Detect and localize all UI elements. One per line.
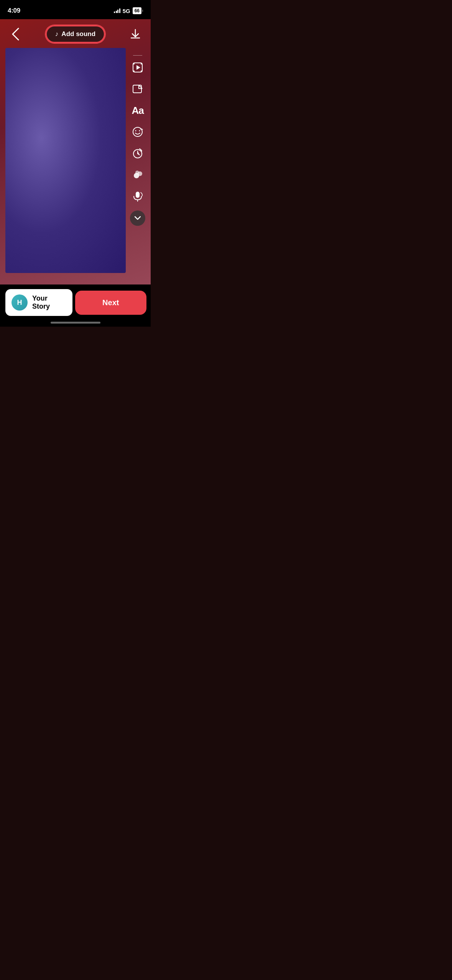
music-note-icon: ♪ xyxy=(55,30,59,38)
status-bar: 4:09 5G 66 xyxy=(0,0,151,19)
svg-marker-1 xyxy=(136,65,140,70)
download-button[interactable] xyxy=(128,26,143,42)
svg-point-8 xyxy=(135,130,136,132)
timer-icon[interactable] xyxy=(130,146,145,161)
next-button[interactable]: Next xyxy=(76,292,146,314)
status-time: 4:09 xyxy=(8,7,20,15)
add-sound-button[interactable]: ♪ Add sound xyxy=(46,25,105,43)
emoji-icon[interactable] xyxy=(130,125,145,139)
canvas-inner xyxy=(5,48,126,273)
bottom-bar: H Your Story Next xyxy=(0,284,151,327)
sticker-icon[interactable] xyxy=(130,82,145,96)
avatar-letter: H xyxy=(17,299,22,307)
svg-rect-2 xyxy=(133,63,135,64)
right-sidebar: Aa xyxy=(130,58,145,226)
signal-icon xyxy=(114,8,120,13)
svg-rect-14 xyxy=(136,192,140,198)
main-content: ♪ Add sound xyxy=(0,19,151,327)
avatar: H xyxy=(12,294,28,311)
svg-point-9 xyxy=(139,130,140,132)
more-options-button[interactable] xyxy=(130,210,145,226)
network-label: 5G xyxy=(123,8,130,14)
home-indicator xyxy=(51,322,100,324)
sidebar-divider xyxy=(133,55,142,56)
battery-icon: 66 xyxy=(133,7,143,14)
reels-icon[interactable] xyxy=(130,60,145,75)
effects-icon[interactable] xyxy=(130,168,145,182)
svg-rect-4 xyxy=(133,71,135,72)
your-story-label: Your Story xyxy=(32,294,66,311)
text-format-icon[interactable]: Aa xyxy=(130,103,145,118)
next-label: Next xyxy=(102,298,119,307)
aa-label: Aa xyxy=(131,105,143,117)
battery-level: 66 xyxy=(133,7,141,14)
svg-rect-5 xyxy=(141,71,142,72)
svg-point-13 xyxy=(135,171,139,174)
add-sound-label: Add sound xyxy=(61,30,95,38)
status-right-icons: 5G 66 xyxy=(114,7,143,14)
top-toolbar: ♪ Add sound xyxy=(0,19,151,49)
your-story-button[interactable]: H Your Story xyxy=(5,289,72,316)
canvas-area xyxy=(5,48,126,273)
svg-rect-3 xyxy=(141,63,142,64)
svg-point-7 xyxy=(133,127,142,136)
back-button[interactable] xyxy=(8,26,23,42)
mic-icon[interactable] xyxy=(130,189,145,204)
